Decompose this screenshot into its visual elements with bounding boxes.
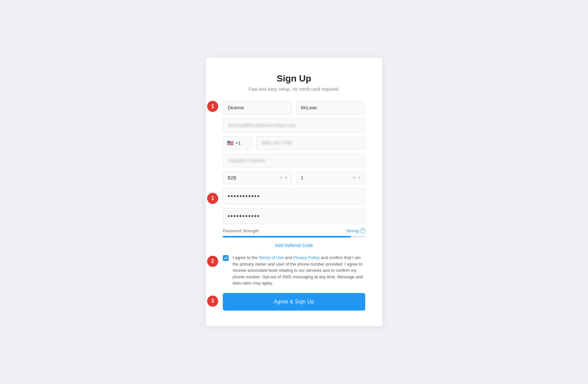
employees-select[interactable]: 1 ✕ ▾ — [296, 171, 365, 184]
password-strength-row: Password Strength: Strong ? — [223, 228, 365, 233]
industry-employees-row: B2B ✕ ▾ 1 ✕ ▾ — [223, 171, 365, 184]
company-row — [223, 154, 365, 167]
confirm-password-input[interactable] — [223, 208, 365, 224]
terms-text-2: and — [284, 255, 293, 260]
first-name-group — [223, 101, 292, 115]
industry-value: B2B — [228, 175, 236, 180]
industry-select-wrap: B2B ✕ ▾ — [223, 171, 292, 184]
referral-code-link[interactable]: Add Referral Code — [223, 243, 365, 248]
password-input[interactable] — [223, 188, 365, 204]
email-input[interactable] — [223, 118, 365, 132]
last-name-input[interactable] — [296, 101, 365, 115]
signup-button[interactable]: Agree & Sign Up — [223, 293, 365, 311]
employees-value: 1 — [301, 175, 303, 180]
phone-row: 🇺🇸 +1 — [223, 136, 365, 150]
checkmark-icon — [224, 256, 228, 260]
clear-icon-2[interactable]: ✕ — [352, 176, 356, 180]
name-row — [223, 101, 365, 115]
clear-icon[interactable]: ✕ — [279, 176, 283, 180]
terms-row: I agree to the Terms of Use and Privacy … — [223, 254, 365, 286]
employees-select-icons: ✕ ▾ — [352, 176, 360, 180]
password-strength-text: Strong — [346, 228, 359, 233]
step-badge-1b: 1 — [207, 193, 218, 204]
terms-checkbox[interactable] — [223, 255, 229, 261]
email-row — [223, 118, 365, 132]
step-badge-1: 1 — [207, 101, 218, 112]
email-group — [223, 118, 365, 132]
page-title: Sign Up — [223, 73, 365, 84]
step-badge-2: 2 — [207, 256, 218, 267]
chevron-down-icon-2: ▾ — [358, 176, 360, 180]
phone-country-code: +1 — [236, 140, 241, 146]
company-group — [223, 154, 365, 167]
password-strength-label: Password Strength: — [223, 228, 260, 233]
terms-text-1: I agree to the — [233, 255, 259, 260]
password-strength-bar — [223, 236, 365, 238]
phone-input[interactable] — [256, 136, 365, 150]
company-input[interactable] — [223, 154, 365, 167]
privacy-policy-link[interactable]: Privacy Policy — [293, 255, 320, 260]
terms-text: I agree to the Terms of Use and Privacy … — [233, 254, 365, 286]
strength-info-icon[interactable]: ? — [360, 228, 365, 233]
first-name-input[interactable] — [223, 101, 292, 115]
signup-card: Sign Up Fast and easy setup, no credit c… — [206, 58, 382, 326]
page-subtitle: Fast and easy setup, no credit card requ… — [223, 86, 365, 92]
industry-select-icons: ✕ ▾ — [279, 176, 287, 180]
phone-prefix-selector[interactable]: 🇺🇸 +1 — [223, 136, 252, 150]
last-name-group — [296, 101, 365, 115]
phone-input-wrap — [256, 136, 365, 150]
employees-select-wrap: 1 ✕ ▾ — [296, 171, 365, 184]
step-badge-3: 3 — [207, 296, 218, 307]
chevron-down-icon: ▾ — [285, 176, 287, 180]
flag-icon: 🇺🇸 — [227, 140, 234, 146]
terms-of-use-link[interactable]: Terms of Use — [259, 255, 284, 260]
password-strength-value: Strong ? — [346, 228, 365, 233]
industry-select[interactable]: B2B ✕ ▾ — [223, 171, 292, 184]
password-strength-fill — [223, 236, 351, 238]
